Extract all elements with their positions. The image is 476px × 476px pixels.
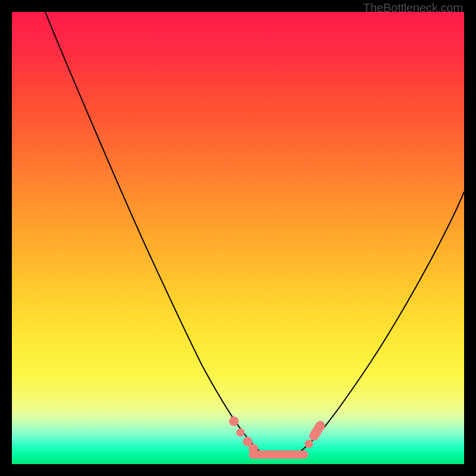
left-curve bbox=[45, 12, 262, 453]
chart-frame: TheBottleneck.com bbox=[0, 0, 476, 476]
right-curve bbox=[298, 192, 464, 453]
svg-point-1 bbox=[229, 416, 239, 426]
svg-point-2 bbox=[236, 428, 245, 437]
left-markers bbox=[229, 416, 258, 453]
attribution-text: TheBottleneck.com bbox=[363, 1, 463, 15]
svg-point-4 bbox=[249, 444, 258, 453]
svg-rect-6 bbox=[308, 419, 327, 442]
svg-rect-0 bbox=[249, 450, 308, 459]
bottom-marker-band bbox=[249, 450, 308, 459]
chart-svg bbox=[12, 12, 464, 464]
svg-point-5 bbox=[305, 440, 313, 448]
right-markers bbox=[305, 419, 327, 448]
